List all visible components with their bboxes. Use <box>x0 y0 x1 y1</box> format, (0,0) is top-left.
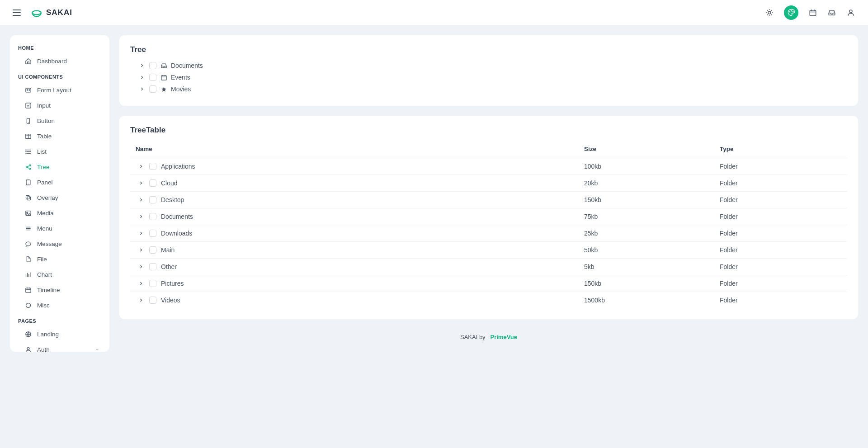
svg-point-31 <box>25 150 26 150</box>
chevron-down-icon <box>95 347 99 352</box>
row-name[interactable]: Applications <box>161 163 195 170</box>
svg-rect-43 <box>25 211 30 215</box>
row-size: 100kb <box>584 163 720 170</box>
row-checkbox[interactable] <box>149 246 156 254</box>
expand-toggle[interactable] <box>137 196 145 203</box>
sidebar-item-file[interactable]: File <box>10 251 108 267</box>
profile-button[interactable] <box>846 8 855 17</box>
brand-logo[interactable]: SAKAI <box>31 7 72 19</box>
sidebar-item-misc[interactable]: Misc <box>10 297 108 313</box>
sidebar-item-input[interactable]: Input <box>10 98 108 113</box>
row-size: 75kb <box>584 213 720 220</box>
row-size: 1500kb <box>584 297 720 304</box>
treetable-name-cell: Desktop <box>136 196 584 203</box>
tree-checkbox[interactable] <box>149 85 156 93</box>
config-button[interactable] <box>784 5 798 20</box>
tree-node: Documents <box>138 60 847 71</box>
chart-bar-icon <box>24 271 32 278</box>
row-checkbox[interactable] <box>149 280 156 287</box>
tree-node-label[interactable]: Events <box>171 74 190 81</box>
user-icon <box>25 346 32 352</box>
tree-card-title: Tree <box>130 45 847 54</box>
row-name[interactable]: Other <box>161 263 177 270</box>
expand-toggle[interactable] <box>137 179 145 187</box>
row-name[interactable]: Cloud <box>161 179 178 187</box>
sidebar-item-dashboard[interactable]: Dashboard <box>10 53 108 69</box>
row-name[interactable]: Desktop <box>161 196 184 203</box>
svg-line-8 <box>767 14 768 15</box>
expand-toggle[interactable] <box>137 163 145 170</box>
sidebar-item-message[interactable]: Message <box>10 236 108 251</box>
calendar-button[interactable] <box>808 8 817 17</box>
sidebar[interactable]: HOMEDashboardUI COMPONENTSForm LayoutInp… <box>10 35 109 352</box>
circle-icon <box>25 302 32 309</box>
col-header-type[interactable]: Type <box>720 146 842 152</box>
row-type: Folder <box>720 230 842 237</box>
sidebar-item-list[interactable]: List <box>10 144 108 159</box>
expand-toggle[interactable] <box>138 85 146 93</box>
sidebar-item-label: Button <box>37 118 55 124</box>
expand-toggle[interactable] <box>137 230 145 237</box>
treetable: Name Size Type Applications100kbFolderCl… <box>130 140 847 308</box>
svg-point-32 <box>25 151 26 151</box>
expand-toggle[interactable] <box>137 297 145 304</box>
row-checkbox[interactable] <box>149 263 156 270</box>
sidebar-item-label: Form Layout <box>37 87 71 94</box>
sidebar-item-menu[interactable]: Menu <box>10 221 108 236</box>
topbar: SAKAI <box>0 0 868 25</box>
expand-toggle[interactable] <box>138 62 146 69</box>
row-name[interactable]: Main <box>161 246 175 254</box>
svg-rect-41 <box>27 197 31 200</box>
sidebar-item-button[interactable]: Button <box>10 113 108 128</box>
row-size: 5kb <box>584 263 720 270</box>
sidebar-item-landing[interactable]: Landing <box>10 326 108 342</box>
row-checkbox[interactable] <box>149 213 156 220</box>
row-name[interactable]: Downloads <box>161 230 192 237</box>
sidebar-item-auth[interactable]: Auth <box>10 342 108 352</box>
expand-toggle[interactable] <box>137 263 145 270</box>
row-name[interactable]: Documents <box>161 213 193 220</box>
svg-rect-59 <box>161 75 166 80</box>
sidebar-item-tree[interactable]: Tree <box>10 159 108 174</box>
tree-node: Events <box>138 71 847 83</box>
sidebar-item-table[interactable]: Table <box>10 128 108 144</box>
tablet-icon <box>25 179 32 186</box>
row-checkbox[interactable] <box>149 297 156 304</box>
sidebar-section-title: UI COMPONENTS <box>10 69 108 82</box>
expand-toggle[interactable] <box>138 74 146 81</box>
tree-checkbox[interactable] <box>149 62 156 69</box>
sidebar-item-overlay[interactable]: Overlay <box>10 190 108 205</box>
col-header-size[interactable]: Size <box>584 146 720 152</box>
sidebar-item-panel[interactable]: Panel <box>10 174 108 190</box>
row-checkbox[interactable] <box>149 163 156 170</box>
sidebar-item-media[interactable]: Media <box>10 205 108 221</box>
treetable-row: Desktop150kbFolder <box>130 192 847 208</box>
tree-node-label[interactable]: Documents <box>171 62 203 69</box>
topbar-left: SAKAI <box>13 7 72 19</box>
footer-brand-link[interactable]: PrimeVue <box>491 334 518 340</box>
row-type: Folder <box>720 163 842 170</box>
menu-toggle-button[interactable] <box>13 9 24 16</box>
svg-point-10 <box>789 11 790 12</box>
row-name[interactable]: Pictures <box>161 280 184 287</box>
svg-rect-22 <box>25 103 30 108</box>
row-name[interactable]: Videos <box>161 297 180 304</box>
sidebar-item-chart[interactable]: Chart <box>10 267 108 282</box>
theme-toggle-button[interactable] <box>765 8 774 17</box>
row-checkbox[interactable] <box>149 230 156 237</box>
col-header-name[interactable]: Name <box>136 146 584 152</box>
expand-toggle[interactable] <box>137 246 145 254</box>
calendar-icon <box>160 74 167 81</box>
sidebar-item-form-layout[interactable]: Form Layout <box>10 82 108 98</box>
tree-checkbox[interactable] <box>149 74 156 81</box>
row-checkbox[interactable] <box>149 196 156 203</box>
row-checkbox[interactable] <box>149 179 156 187</box>
sidebar-item-timeline[interactable]: Timeline <box>10 282 108 297</box>
svg-point-19 <box>27 89 28 90</box>
star-icon <box>160 85 167 93</box>
inbox-button[interactable] <box>827 8 836 17</box>
expand-toggle[interactable] <box>137 280 145 287</box>
row-type: Folder <box>720 246 842 254</box>
tree-node-label[interactable]: Movies <box>171 85 191 93</box>
expand-toggle[interactable] <box>137 213 145 220</box>
